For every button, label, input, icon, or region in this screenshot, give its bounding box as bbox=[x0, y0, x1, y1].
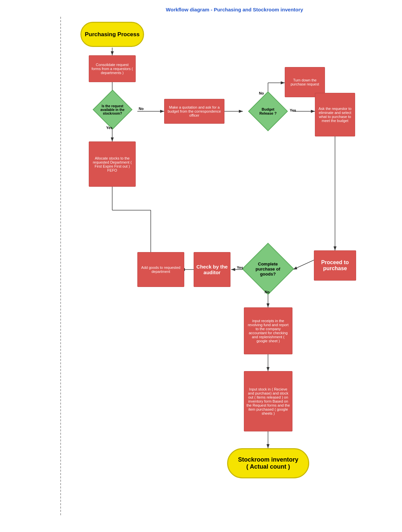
diagram-title: Workflow diagram - Purchasing and Stockr… bbox=[107, 7, 362, 12]
complete-purchase-diamond: Complete purchase of goods? Yes No bbox=[243, 250, 293, 289]
add-goods-label: Add goods to requested department bbox=[140, 265, 182, 274]
input-receipts-label: input receipts in the revolving fund and… bbox=[246, 319, 290, 343]
check-auditor-label: Check by the auditor bbox=[196, 264, 228, 275]
make-quotation-box: Make a quotation and ask for a budget fr… bbox=[164, 99, 224, 124]
yes-label-2: Yes bbox=[290, 108, 296, 112]
input-receipts-box: input receipts in the revolving fund and… bbox=[244, 307, 292, 354]
allocate-label: Allocate stocks to the requested Departm… bbox=[91, 156, 133, 172]
proceed-box: Proceed to purchase bbox=[314, 250, 356, 281]
no-label-1: No bbox=[139, 107, 144, 111]
ask-requestor-box: Ask the requestor to eliminate and selec… bbox=[315, 93, 355, 136]
complete-purchase-label: Complete purchase of goods? bbox=[256, 261, 280, 277]
ask-requestor-label: Ask the requestor to eliminate and selec… bbox=[317, 107, 353, 123]
start-label: Purchasing Process bbox=[85, 31, 139, 38]
is-available-diamond: Is the request available in the stockroo… bbox=[88, 96, 137, 124]
add-goods-box: Add goods to requested department bbox=[137, 252, 184, 287]
budget-release-diamond: Budget Release ? No Yes bbox=[243, 97, 293, 125]
end-oval: Stockroom inventory( Actual count ) bbox=[227, 448, 309, 478]
proceed-label: Proceed to purchase bbox=[316, 259, 354, 272]
input-stock-label: Input stock in ( Recieve and purchase) a… bbox=[246, 387, 290, 415]
no-label-3: No bbox=[265, 290, 270, 294]
make-quotation-label: Make a quotation and ask for a budget fr… bbox=[166, 105, 222, 117]
no-label-2: No bbox=[259, 91, 264, 95]
input-stock-box: Input stock in ( Recieve and purchase) a… bbox=[244, 371, 292, 431]
check-auditor-box: Check by the auditor bbox=[194, 252, 230, 287]
end-label: Stockroom inventory( Actual count ) bbox=[238, 456, 298, 470]
consolidate-label: Consolidate request forms from a request… bbox=[91, 63, 134, 75]
is-available-label: Is the request available in the stockroo… bbox=[100, 104, 125, 115]
turn-down-label: Turn down the purchase request bbox=[287, 78, 323, 86]
allocate-box: Allocate stocks to the requested Departm… bbox=[89, 141, 136, 187]
budget-release-label: Budget Release ? bbox=[259, 107, 276, 115]
yes-label-1: Yes bbox=[106, 126, 113, 130]
start-oval: Purchasing Process bbox=[80, 22, 144, 47]
consolidate-box: Consolidate request forms from a request… bbox=[89, 55, 136, 82]
yes-label-3: Yes bbox=[237, 265, 243, 270]
